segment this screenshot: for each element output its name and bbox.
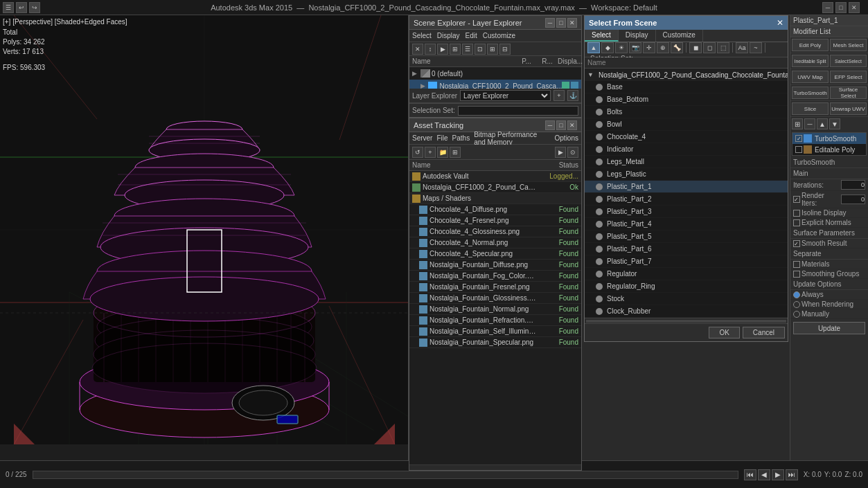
- close-btn[interactable]: ✕: [849, 2, 860, 13]
- when-rendering-radio[interactable]: [793, 301, 800, 308]
- sfs-content[interactable]: ▼ Nostalgia_CFF1000_2_Pound_Cascading_Ch…: [585, 69, 788, 318]
- se-btn-x[interactable]: ✕: [412, 44, 423, 55]
- scene-explorer-minimize[interactable]: ─: [545, 18, 555, 28]
- at-row-vault[interactable]: Autodesk Vault Logged...: [409, 171, 581, 182]
- sfs-tab-display[interactable]: Display: [619, 30, 656, 42]
- scene-explorer-close[interactable]: ✕: [567, 18, 577, 28]
- viewport-canvas[interactable]: [0, 15, 409, 444]
- sfs-row-choc4[interactable]: Chocolate_4: [585, 131, 788, 143]
- mesh-select-btn[interactable]: Mesh Select: [830, 39, 867, 51]
- sfs-row-base-bottom[interactable]: Base_Bottom: [585, 93, 788, 106]
- unwrap-uwv-btn[interactable]: Unwrap UWV: [830, 102, 867, 115]
- layer-nostalgia[interactable]: ▶ Nostalgia_CFF1000_2_Pound_Casca...: [409, 80, 581, 89]
- at-menu-paths[interactable]: Paths: [452, 134, 470, 142]
- se-btn-sort[interactable]: ↕: [425, 44, 436, 55]
- render-iters-check[interactable]: ✓: [793, 196, 800, 203]
- sfs-cancel-btn[interactable]: Cancel: [743, 327, 785, 338]
- sfs-horizontal-scrollbar[interactable]: [585, 318, 788, 323]
- se-menu-customize[interactable]: Customize: [483, 32, 515, 39]
- at-row-f5[interactable]: Chocolate_4_Specular.png Found: [409, 248, 581, 260]
- se-btn-filter[interactable]: ▶: [437, 44, 448, 55]
- always-radio[interactable]: [793, 291, 800, 298]
- sfs-btn-light[interactable]: ☀: [615, 42, 628, 53]
- sfs-btn-camera[interactable]: 📷: [629, 42, 641, 53]
- layer-select-dropdown[interactable]: Layer Explorer: [460, 90, 551, 101]
- surface-select-btn[interactable]: Surface Select: [830, 87, 867, 99]
- scene-explorer-maximize[interactable]: □: [556, 18, 566, 28]
- at-row-f3[interactable]: Chocolate_4_Glossiness.png Found: [409, 226, 581, 237]
- at-minimize[interactable]: ─: [545, 120, 555, 130]
- at-row-f12[interactable]: Nostalgia_Fountain_Self_Illumination.png…: [409, 326, 581, 337]
- at-row-f1[interactable]: Chocolate_4_Diffuse.png Found: [409, 204, 581, 215]
- at-btn-add[interactable]: +: [425, 147, 436, 158]
- edit-poly-btn[interactable]: Edit Poly: [792, 39, 829, 51]
- sfs-btn-none[interactable]: ◻: [703, 42, 716, 53]
- link-btn[interactable]: ⚓: [567, 90, 578, 101]
- selection-set-input[interactable]: [458, 106, 578, 116]
- sfs-close-btn[interactable]: ✕: [777, 18, 783, 28]
- se-btn-box[interactable]: ⊡: [475, 44, 486, 55]
- sfs-ok-btn[interactable]: OK: [709, 327, 739, 338]
- se-menu-display[interactable]: Display: [437, 32, 460, 39]
- sfs-root-row[interactable]: ▼ Nostalgia_CFF1000_2_Pound_Cascading_Ch…: [585, 69, 788, 81]
- mod-stack-btn4[interactable]: ▼: [829, 118, 840, 129]
- mod-stack-btn2[interactable]: ─: [804, 118, 815, 129]
- mod-turbosmooth[interactable]: ✓ TurboSmooth: [792, 133, 866, 144]
- minimize-btn[interactable]: ─: [822, 2, 833, 13]
- sfs-row-bowl[interactable]: Bowl: [585, 118, 788, 131]
- btn-start[interactable]: ⏮: [744, 469, 756, 480]
- sfs-row-bolts[interactable]: Bolts: [585, 106, 788, 118]
- sfs-tab-customize[interactable]: Customize: [656, 30, 703, 42]
- progress-bar[interactable]: [33, 471, 738, 479]
- sfs-btn-helper[interactable]: ✛: [643, 42, 655, 53]
- sfs-btn-all[interactable]: ◼: [689, 42, 702, 53]
- at-close[interactable]: ✕: [567, 120, 577, 130]
- sfs-row-regulator[interactable]: Regulator: [585, 268, 788, 280]
- sfs-btn-geom[interactable]: ▲: [587, 42, 600, 53]
- mod-editable-poly[interactable]: Editable Poly: [792, 144, 866, 155]
- at-menu-bitmap[interactable]: Bitmap Performance and Memory: [474, 131, 550, 146]
- sfs-btn-space[interactable]: ⊕: [657, 42, 669, 53]
- undo-icon[interactable]: ↩: [16, 2, 27, 13]
- se-menu-edit[interactable]: Edit: [466, 32, 477, 39]
- sfs-row-legs-plastic[interactable]: Legs_Plastic: [585, 168, 788, 181]
- btn-prev[interactable]: ◀: [758, 469, 770, 480]
- sfs-row-plastic5[interactable]: Plastic_Part_5: [585, 231, 788, 243]
- btn-play[interactable]: ▶: [772, 469, 784, 480]
- isoline-check[interactable]: [793, 210, 800, 217]
- at-menu-file[interactable]: File: [436, 134, 448, 142]
- sfs-btn-shape[interactable]: ◆: [601, 42, 614, 53]
- manually-radio[interactable]: [793, 311, 800, 318]
- asset-tracking-content[interactable]: Autodesk Vault Logged... Nostalgia_CFF10…: [409, 171, 581, 464]
- slice-btn[interactable]: Slice: [792, 102, 829, 115]
- smooth-result-check[interactable]: ✓: [793, 240, 800, 247]
- sfs-row-indicator[interactable]: Indicator: [585, 143, 788, 156]
- mod-stack-btn1[interactable]: ⊞: [792, 118, 803, 129]
- scene-explorer-content[interactable]: ▶ 0 (default) ▶ Nostalgia_CFF1000_2_Poun…: [409, 67, 581, 89]
- efp-select-btn[interactable]: EFP Select: [830, 71, 867, 83]
- turbosmooth-btn[interactable]: TurboSmooth: [792, 87, 829, 99]
- new-layer-btn[interactable]: +: [553, 90, 565, 101]
- sfs-tab-select[interactable]: Select: [585, 30, 619, 42]
- at-btn-right2[interactable]: ⊙: [567, 147, 578, 158]
- at-row-main[interactable]: Nostalgia_CFF1000_2_Pound_Cascading_Choc…: [409, 182, 581, 193]
- se-menu-select[interactable]: Select: [412, 32, 432, 39]
- mod-ts-checkbox[interactable]: ✓: [795, 135, 802, 142]
- sfs-row-reg-ring[interactable]: Regulator_Ring: [585, 280, 788, 293]
- at-scrollbar[interactable]: [409, 464, 581, 470]
- at-row-f4[interactable]: Chocolate_4_Normal.png Found: [409, 237, 581, 248]
- at-btn-folder[interactable]: 📁: [437, 147, 448, 158]
- redo-icon[interactable]: ↪: [29, 2, 40, 13]
- se-btn-grid[interactable]: ⊞: [450, 44, 461, 55]
- sfs-scroll-track[interactable]: [586, 320, 786, 323]
- at-btn-right1[interactable]: ▶: [555, 147, 566, 158]
- at-maximize[interactable]: □: [556, 120, 566, 130]
- se-btn-list[interactable]: ☰: [462, 44, 473, 55]
- at-row-maps[interactable]: Maps / Shaders: [409, 193, 581, 204]
- at-btn-merge[interactable]: ⊞: [450, 147, 461, 158]
- sfs-btn-bone[interactable]: 🦴: [671, 42, 683, 53]
- sfs-row-plastic4[interactable]: Plastic_Part_4: [585, 218, 788, 231]
- mod-ep-checkbox[interactable]: [795, 146, 802, 153]
- at-row-f8[interactable]: Nostalgia_Fountain_Fresnel.png Found: [409, 282, 581, 293]
- at-row-f6[interactable]: Nostalgia_Fountain_Diffuse.png Found: [409, 260, 581, 271]
